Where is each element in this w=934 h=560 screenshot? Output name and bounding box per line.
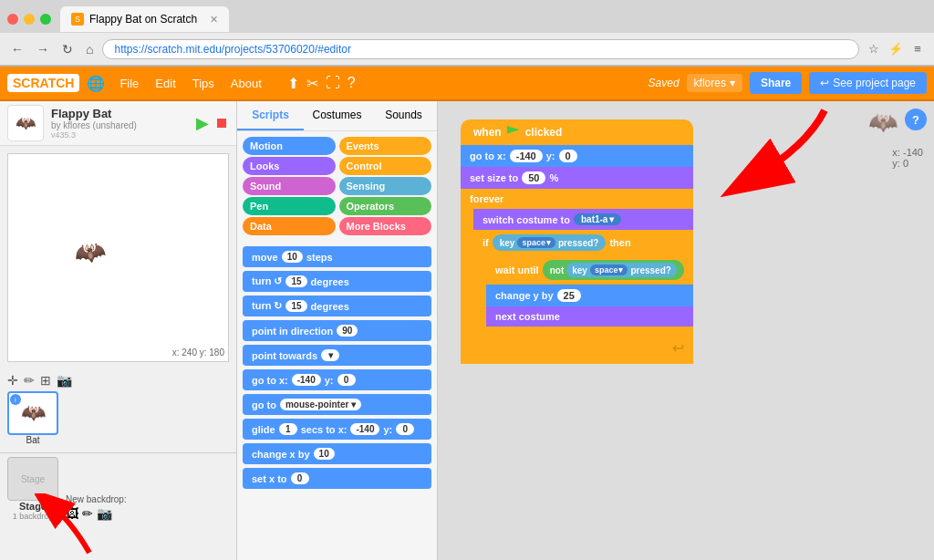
set-size-val: 50 [522, 171, 545, 184]
goto-target-dropdown[interactable]: mouse-pointer ▾ [280, 399, 361, 410]
tab-title: Flappy Bat on Scratch [89, 13, 197, 26]
browser-tab[interactable]: S Flappy Bat on Scratch ✕ [60, 6, 229, 32]
category-events[interactable]: Events [339, 137, 432, 155]
glide-secs: 1 [279, 423, 297, 435]
key-space2-dropdown[interactable]: space ▾ [590, 264, 628, 275]
glide-block[interactable]: glide 1 secs to x: -140 y: 0 [243, 419, 431, 440]
category-looks[interactable]: Looks [243, 157, 336, 175]
glide-suffix: secs to x: [301, 424, 348, 435]
sprite-thumb-bat: i 🦇 [7, 391, 58, 435]
turn-cw-block[interactable]: turn ↻ 15 degrees [243, 296, 431, 316]
key-space-val: space [522, 238, 545, 247]
tab-scripts[interactable]: Scripts [237, 101, 304, 130]
copy-icon[interactable]: ✂ [306, 75, 318, 92]
key-space2-val: space [595, 265, 618, 275]
stop-button[interactable]: ⏹ [214, 115, 229, 131]
home-button[interactable]: ⌂ [82, 40, 97, 58]
tab-sounds[interactable]: Sounds [370, 101, 437, 130]
stage-canvas: 🦇 x: 240 y: 180 [7, 153, 229, 362]
refresh-button[interactable]: ↻ [58, 40, 77, 58]
maximize-window-button[interactable] [40, 14, 51, 25]
if-block[interactable]: if key space ▾ pressed? then [473, 230, 693, 336]
duplicate-icon[interactable]: ⊞ [40, 373, 51, 388]
pencil-icon[interactable]: ✏ [24, 373, 35, 388]
extensions-icon[interactable]: ⚡ [887, 40, 905, 58]
point-towards-dropdown[interactable]: ▾ [321, 349, 339, 361]
point-direction-block[interactable]: point in direction 90 [243, 320, 431, 341]
goto-xy-label: go to x: [470, 150, 506, 161]
category-control[interactable]: Control [339, 157, 432, 175]
blocks-panel: Scripts Costumes Sounds Motion Looks Sou… [237, 101, 438, 560]
when-flag-hat-block[interactable]: when clicked [461, 119, 693, 145]
sprite-author: by kflores (unshared) [51, 120, 137, 130]
address-bar[interactable]: https://scratch.mit.edu/projects/5370602… [102, 39, 859, 59]
category-sensing[interactable]: Sensing [339, 177, 432, 195]
share-button[interactable]: Share [750, 72, 802, 94]
menu-icon[interactable]: ≡ [908, 40, 927, 58]
category-more-blocks[interactable]: More Blocks [339, 217, 432, 235]
set-size-block[interactable]: set size to 50 % [461, 167, 693, 189]
help-icon[interactable]: ? [348, 75, 356, 91]
close-window-button[interactable] [7, 14, 18, 25]
version-label: v435.3 [51, 130, 137, 140]
if-header: if key space ▾ pressed? then [473, 230, 693, 255]
point-direction-value: 90 [337, 325, 358, 337]
user-chevron-icon: ▾ [730, 77, 735, 89]
scratch-header: SCRATCH 🌐 File Edit Tips About ⬆ ✂ ⛶ ? S… [0, 67, 934, 101]
minimize-window-button[interactable] [24, 14, 35, 25]
change-y-block[interactable]: change y by 25 [486, 285, 693, 306]
glide-x: -140 [350, 423, 379, 435]
camera-icon[interactable]: 📷 [57, 373, 72, 388]
category-pen[interactable]: Pen [243, 197, 336, 215]
glide-y: 0 [396, 423, 414, 435]
tips-menu[interactable]: Tips [185, 73, 222, 94]
scratch-logo: SCRATCH [7, 74, 79, 92]
language-button[interactable]: 🌐 [87, 75, 105, 92]
scratch-actions: Saved kflores ▾ Share ↩ See project page [649, 72, 927, 94]
change-x-block[interactable]: change x by 10 [243, 443, 431, 464]
key-space-dropdown[interactable]: space ▾ [517, 237, 555, 248]
green-flag-button[interactable]: ▶ [196, 113, 209, 133]
set-x-label: set x to [252, 473, 287, 484]
user-menu[interactable]: kflores ▾ [687, 74, 742, 92]
edit-menu[interactable]: Edit [148, 73, 182, 94]
goto-xy-block[interactable]: go to x: -140 y: 0 [243, 369, 431, 390]
crosshair-icon[interactable]: ✛ [7, 373, 18, 388]
turn-ccw-block[interactable]: turn ↺ 15 degrees [243, 271, 431, 292]
tab-costumes[interactable]: Costumes [304, 101, 370, 130]
goto-target-block[interactable]: go to mouse-pointer ▾ [243, 394, 431, 415]
category-operators[interactable]: Operators [339, 197, 432, 215]
xy-readout: x: -140 y: 0 [892, 147, 923, 169]
costume-dropdown[interactable]: bat1-a ▾ [574, 213, 621, 225]
clicked-label: clicked [525, 126, 563, 139]
bookmark-icon[interactable]: ☆ [865, 40, 883, 58]
about-menu[interactable]: About [223, 73, 269, 94]
wait-until-block[interactable]: wait until not key space ▾ [486, 255, 693, 285]
forever-block[interactable]: forever switch costume to bat1-a ▾ if [461, 189, 693, 364]
category-data[interactable]: Data [243, 217, 336, 235]
switch-costume-block[interactable]: switch costume to bat1-a ▾ [473, 209, 693, 230]
next-costume-block[interactable]: next costume [486, 306, 693, 327]
when-label: when [473, 126, 502, 139]
category-sound[interactable]: Sound [243, 177, 336, 195]
see-project-button[interactable]: ↩ See project page [809, 72, 927, 94]
fullscreen-icon[interactable]: ⛶ [326, 75, 340, 91]
help-button[interactable]: ? [905, 109, 927, 130]
goto-x-value: -140 [292, 374, 321, 386]
tab-close-button[interactable]: ✕ [210, 14, 218, 26]
back-button[interactable]: ← [7, 40, 27, 58]
file-menu[interactable]: File [112, 73, 146, 94]
move-block[interactable]: move 10 steps [243, 246, 431, 267]
red-arrow-up [35, 493, 108, 557]
key2-label: key [572, 265, 587, 275]
turn-cw-value: 15 [285, 300, 306, 312]
key-label: key [500, 238, 515, 248]
sprite-item-bat[interactable]: i 🦇 Bat [7, 391, 58, 445]
category-motion[interactable]: Motion [243, 137, 336, 155]
point-towards-block[interactable]: point towards ▾ [243, 345, 431, 366]
goto-xy-script-block[interactable]: go to x: -140 y: 0 [461, 145, 693, 167]
forward-button[interactable]: → [33, 40, 53, 58]
set-x-block[interactable]: set x to 0 [243, 468, 431, 489]
if-end [473, 327, 693, 336]
upload-icon[interactable]: ⬆ [287, 75, 299, 92]
